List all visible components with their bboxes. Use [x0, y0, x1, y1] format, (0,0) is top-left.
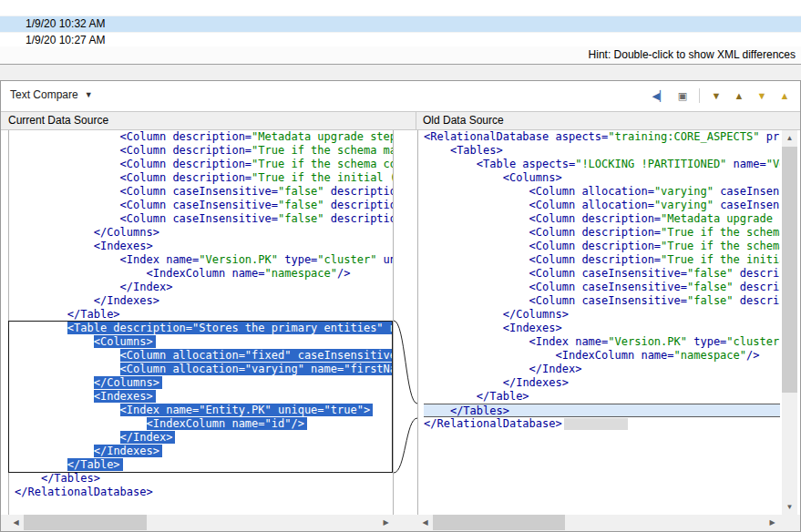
code-line[interactable]: <Column allocation="varying" caseInsensi… [424, 199, 780, 212]
code-line[interactable]: </Indexes> [15, 445, 393, 458]
scroll-up-button[interactable]: ▲ [782, 130, 797, 146]
code-line[interactable]: </Index> [15, 431, 393, 445]
swap-left-right-icon[interactable]: ◀▏ [650, 87, 670, 104]
scroll-left-button[interactable]: ◀ [8, 515, 24, 530]
code-line[interactable]: <Table aspects="!LOCKING !PARTITIONED" n… [424, 158, 780, 171]
code-line[interactable]: <Column caseInsensitive="false" descript… [424, 267, 780, 281]
header-divider [416, 112, 416, 129]
code-line[interactable]: <Column description="Metadata upgrade st… [424, 212, 780, 226]
right-horizontal-scrollbar: ◀ ▶ [417, 515, 780, 530]
diff-connector-curves [394, 130, 417, 515]
code-line[interactable]: <IndexColumn name="namespace"/> [424, 349, 780, 363]
vertical-scroll-thumb[interactable] [782, 147, 797, 393]
code-line[interactable]: <Tables> [424, 144, 780, 158]
compare-panel: Text Compare ▼ ◀▏▣▼▲▼▲ Current Data Sour… [0, 80, 801, 532]
previous-difference-icon[interactable]: ▲ [729, 87, 749, 104]
hint-text: Hint: Double-click to show XML differenc… [589, 48, 796, 61]
code-line[interactable]: <RelationalDatabase aspects="training:CO… [424, 130, 780, 144]
code-line[interactable]: </Tables> [424, 404, 780, 417]
compare-content: <Column description="Metadata upgrade st… [1, 130, 800, 515]
code-line[interactable]: <Column allocation="fixed" caseInsensiti… [15, 349, 393, 363]
code-line[interactable]: <IndexColumn name="id"/> [15, 417, 393, 431]
next-change-icon[interactable]: ▼ [752, 87, 772, 104]
diff-connector-area [394, 130, 417, 515]
code-line[interactable]: <Column caseInsensitive="false" descript… [424, 281, 780, 294]
compare-toolbar: ◀▏▣▼▲▼▲ [650, 87, 795, 104]
panel-gap [0, 65, 801, 80]
code-line[interactable]: <Column description="True if the schema … [424, 226, 780, 240]
code-line[interactable]: </Index> [15, 281, 393, 294]
code-line[interactable]: <Index name="Entity.PK" unique="true"> [15, 404, 393, 417]
column-headers: Current Data Source Old Data Source [1, 111, 800, 130]
code-line[interactable]: <Column description="True if the initial… [15, 171, 393, 185]
history-row-label: 1/9/20 10:27 AM [26, 34, 105, 46]
code-line[interactable]: <Indexes> [15, 390, 393, 404]
code-line[interactable]: </Index> [424, 363, 780, 376]
right-pane-title: Old Data Source [423, 114, 504, 127]
code-line[interactable]: </Columns> [15, 226, 393, 240]
code-line[interactable]: </RelationalDatabase> [424, 417, 780, 431]
code-line[interactable]: <Columns> [15, 335, 393, 349]
copy-current-change-icon[interactable]: ▣ [673, 87, 693, 104]
right-editor-pane[interactable]: <RelationalDatabase aspects="training:CO… [417, 130, 780, 515]
scroll-right-button[interactable]: ▶ [378, 515, 394, 530]
code-line[interactable]: </Table> [424, 390, 780, 404]
code-line[interactable]: <Indexes> [15, 240, 393, 253]
code-line[interactable]: </Indexes> [15, 294, 393, 308]
compare-mode-dropdown[interactable]: Text Compare ▼ [10, 88, 93, 101]
code-line[interactable]: <Column description="True if the schema … [424, 240, 780, 253]
code-line[interactable]: <Indexes> [424, 322, 780, 335]
toolbar-divider [699, 88, 700, 103]
bottom-scroll-area: ◀ ▶ ◀ ▶ [1, 515, 800, 531]
code-line[interactable]: <Column description="True if the initial… [424, 253, 780, 267]
hint-bar: Hint: Double-click to show XML differenc… [0, 46, 801, 65]
history-list[interactable]: 1/9/20 10:32 AM1/9/20 10:27 AM [0, 0, 801, 47]
code-line[interactable]: <Column description="Metadata upgrade st… [15, 130, 393, 144]
code-line[interactable]: </Columns> [424, 308, 780, 322]
scroll-left-button[interactable]: ◀ [417, 515, 433, 530]
insertion-marker [564, 418, 628, 430]
previous-change-icon[interactable]: ▲ [775, 87, 795, 104]
history-row-label: 1/9/20 10:32 AM [26, 17, 105, 30]
scroll-down-button[interactable]: ▼ [782, 499, 797, 515]
code-line[interactable]: <Index name="Version.PK" type="cluster" … [15, 253, 393, 267]
code-line[interactable]: <Index name="Version.PK" type="cluster" … [424, 335, 780, 349]
code-line[interactable]: <Columns> [424, 171, 780, 185]
code-line[interactable]: </RelationalDatabase> [15, 486, 393, 499]
code-line[interactable]: <Column description="True if the schema … [15, 144, 393, 158]
code-line[interactable]: </Table> [15, 458, 393, 472]
code-line[interactable]: <Column caseInsensitive="false" descript… [15, 212, 393, 226]
history-row[interactable]: 1/9/20 10:32 AM [0, 16, 801, 33]
right-horizontal-scroll-thumb[interactable] [433, 515, 565, 530]
code-line[interactable]: <Column caseInsensitive="false" descript… [15, 199, 393, 212]
code-line[interactable]: <Column allocation="varying" caseInsensi… [424, 185, 780, 199]
left-horizontal-scrollbar: ◀ ▶ [8, 515, 394, 530]
code-line[interactable]: </Indexes> [424, 376, 780, 390]
code-line[interactable]: </Columns> [15, 376, 393, 390]
scroll-right-button[interactable]: ▶ [765, 515, 780, 530]
left-pane-title: Current Data Source [8, 114, 108, 127]
chevron-down-icon: ▼ [85, 90, 93, 99]
code-line[interactable]: <Column description="True if the schema … [15, 158, 393, 171]
left-editor-pane[interactable]: <Column description="Metadata upgrade st… [8, 130, 394, 515]
history-row[interactable] [0, 0, 801, 16]
vertical-scrollbar: ▲ ▼ [782, 130, 797, 515]
code-line[interactable]: <Table description="Stores the primary e… [15, 322, 393, 335]
code-line[interactable]: </Tables> [15, 472, 393, 486]
code-line[interactable]: </Table> [15, 308, 393, 322]
code-line[interactable]: <Column caseInsensitive="false" descript… [424, 294, 780, 308]
left-horizontal-scroll-thumb[interactable] [24, 515, 147, 530]
code-line[interactable]: <Column allocation="varying" name="first… [15, 363, 393, 376]
code-line[interactable]: <IndexColumn name="namespace"/> [15, 267, 393, 281]
code-line[interactable]: <Column caseInsensitive="false" descript… [15, 185, 393, 199]
compare-header: Text Compare ▼ ◀▏▣▼▲▼▲ [1, 81, 800, 111]
next-difference-icon[interactable]: ▼ [706, 87, 726, 104]
compare-mode-label: Text Compare [10, 88, 78, 101]
